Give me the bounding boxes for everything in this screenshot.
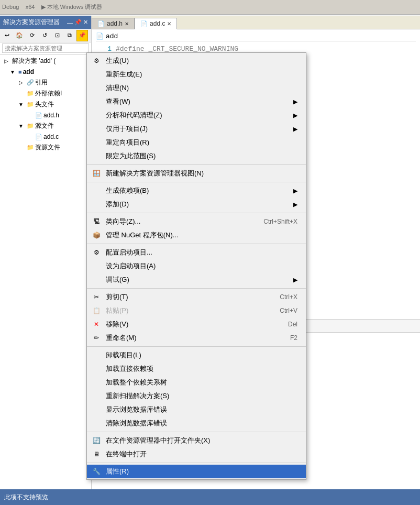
addc-file-icon: 📄 [35, 134, 42, 140]
menu-item-set-startup[interactable]: 设为启动项目(A) [87, 259, 306, 273]
menu-item-class-wizard[interactable]: 🏗 类向导(Z)... Ctrl+Shift+X [87, 215, 306, 228]
menu-item-rescan-label: 重新扫描解决方案(S) [106, 391, 169, 401]
separator-4 [87, 244, 306, 244]
separator-3 [87, 213, 306, 213]
menu-item-build-deps-label: 生成依赖项(B) [106, 186, 149, 195]
menu-item-build-deps[interactable]: 生成依赖项(B) ▶ [87, 184, 306, 197]
status-bar: 此项不支持预览 [0, 489, 420, 505]
menu-item-clear-browse-errors[interactable]: 清除浏览数据库错误 [87, 416, 306, 430]
tree-item-sources[interactable]: ▼ 📁 源文件 [0, 120, 91, 131]
menu-item-analyze-label: 分析和代码清理(Z) [106, 111, 162, 120]
class-wizard-shortcut: Ctrl+Shift+X [263, 218, 297, 225]
tab-addh[interactable]: 📄 add.h ✕ [92, 18, 135, 29]
toolbar-btn-3[interactable]: ⟳ [26, 30, 38, 41]
tab-addc-icon: 📄 [140, 20, 148, 27]
tree-item-solution[interactable]: ▷ 解决方案 'add' ( [0, 56, 91, 67]
res-folder-icon: 📁 [27, 144, 34, 151]
menu-item-remove[interactable]: ✕ 移除(V) Del [87, 317, 306, 331]
toolbar-btn-6[interactable]: ⧉ [64, 30, 75, 41]
menu-item-rescan[interactable]: 重新扫描解决方案(S) [87, 389, 306, 403]
auto-hide-button[interactable]: — [67, 19, 73, 26]
menu-item-project-only[interactable]: 仅用于项目(J) ▶ [87, 122, 306, 136]
tab-addc-label: add.c [150, 20, 165, 27]
ref-expand-icon: ▷ [17, 79, 25, 87]
new-view-icon: 🪟 [91, 168, 102, 179]
menu-item-analyze[interactable]: 分析和代码清理(Z) ▶ [87, 108, 306, 122]
src-folder-label: 源文件 [35, 122, 54, 130]
res-expand-icon [17, 144, 25, 152]
remove-shortcut: Del [288, 321, 297, 328]
cut-shortcut: Ctrl+X [280, 293, 297, 301]
menu-item-rename[interactable]: ✏ 重命名(M) F2 [87, 331, 306, 345]
menu-item-load-direct[interactable]: 加载直接依赖项 [87, 362, 306, 376]
toolbar-btn-7[interactable]: 📌 [76, 30, 88, 41]
menu-item-cut[interactable]: ✂ 剪切(T) Ctrl+X [87, 290, 306, 304]
ext-label: 外部依赖I [35, 89, 62, 98]
solution-tree: ▷ 解决方案 'add' ( ▼ ■ add ▷ 🔗 引用 📁 外部依赖I ▼ … [0, 54, 91, 154]
paste-shortcut: Ctrl+V [280, 307, 297, 314]
menu-item-paste[interactable]: 📋 粘贴(P) Ctrl+V [87, 304, 306, 317]
pin-button[interactable]: 📌 [74, 19, 82, 26]
nuget-icon: 📦 [91, 230, 102, 240]
menu-item-retarget[interactable]: 重定向项目(R) [87, 136, 306, 149]
toolbar-btn-1[interactable]: ↩ [1, 30, 13, 41]
menu-item-debug[interactable]: 调试(G) ▶ [87, 273, 306, 287]
menu-item-open-terminal-label: 在终端中打开 [106, 449, 147, 459]
tree-item-external-deps[interactable]: 📁 外部依赖I [0, 88, 91, 99]
menu-item-clear-browse-errors-label: 清除浏览数据库错误 [106, 419, 167, 428]
separator-7 [87, 432, 306, 432]
tree-item-addh[interactable]: 📄 add.h [0, 110, 91, 120]
view-arrow-icon: ▶ [293, 98, 297, 105]
cut-icon: ✂ [91, 292, 102, 302]
solution-label: 解决方案 'add' ( [12, 57, 56, 65]
toolbar-btn-5[interactable]: ⊡ [51, 30, 63, 41]
menu-item-view-label: 查看(W) [106, 97, 130, 106]
menu-item-add[interactable]: 添加(D) ▶ [87, 197, 306, 211]
tab-addh-icon: 📄 [97, 20, 105, 27]
menu-item-open-folder[interactable]: 🔄 在文件资源管理器中打开文件夹(X) [87, 434, 306, 447]
menu-item-clean[interactable]: 清理(N) [87, 81, 306, 95]
menu-item-unload[interactable]: 卸载项目(L) [87, 348, 306, 362]
menu-item-nuget[interactable]: 📦 管理 NuGet 程序包(N)... [87, 228, 306, 242]
tree-item-project[interactable]: ▼ ■ add [0, 67, 91, 77]
toolbar-btn-2[interactable]: 🏠 [14, 30, 25, 41]
menu-item-show-browse-errors[interactable]: 显示浏览数据库错误 [87, 403, 306, 416]
menu-item-rebuild[interactable]: 重新生成(E) [87, 68, 306, 81]
tab-addh-close[interactable]: ✕ [125, 21, 129, 27]
context-menu: ⚙ 生成(U) 重新生成(E) 清理(N) 查看(W) ▶ 分析和代码清理(Z)… [86, 52, 306, 480]
project-only-arrow-icon: ▶ [293, 126, 297, 133]
close-panel-button[interactable]: ✕ [83, 19, 88, 26]
tree-item-references[interactable]: ▷ 🔗 引用 [0, 77, 91, 88]
status-text: 此项不支持预览 [4, 493, 48, 502]
addh-icon [25, 111, 34, 119]
menu-item-properties[interactable]: 🔧 属性(R) [87, 465, 306, 478]
menu-item-view[interactable]: 查看(W) ▶ [87, 95, 306, 108]
solution-toolbar: ↩ 🏠 ⟳ ↺ ⊡ ⧉ 📌 [0, 29, 91, 42]
menu-item-scope[interactable]: 限定为此范围(S) [87, 149, 306, 163]
menu-item-class-wizard-label: 类向导(Z)... [106, 217, 140, 226]
toolbar-btn-4[interactable]: ↺ [39, 30, 50, 41]
tree-item-headers[interactable]: ▼ 📁 头文件 [0, 99, 91, 110]
project-label: add [23, 68, 34, 75]
menu-item-debug-label: 调试(G) [106, 275, 129, 284]
solution-icon: ▷ [2, 57, 10, 65]
ext-icon [17, 90, 25, 98]
menu-item-new-view[interactable]: 🪟 新建解决方案资源管理器视图(N) [87, 167, 306, 180]
debug-arrow-icon: ▶ [293, 277, 297, 283]
ref-label: 引用 [35, 78, 48, 87]
tree-item-resources[interactable]: 📁 资源文件 [0, 142, 91, 153]
menu-item-load-tree[interactable]: 加载整个依赖关系树 [87, 376, 306, 389]
menu-item-build[interactable]: ⚙ 生成(U) [87, 54, 306, 68]
menu-item-open-terminal[interactable]: 🖥 在终端中打开 [87, 447, 306, 461]
tree-item-addc[interactable]: 📄 add.c [0, 131, 91, 142]
menu-item-config-startup[interactable]: ⚙ 配置启动项目... [87, 246, 306, 259]
editor-tabs: 📄 add.h ✕ 📄 add.c ✕ [92, 16, 420, 29]
menu-item-properties-label: 属性(R) [106, 467, 129, 476]
tab-addc-close[interactable]: ✕ [167, 21, 171, 27]
solution-search-input[interactable] [2, 43, 89, 53]
tab-addc[interactable]: 📄 add.c ✕ [135, 18, 177, 29]
separator-6 [87, 346, 306, 347]
menu-item-open-folder-label: 在文件资源管理器中打开文件夹(X) [106, 436, 210, 445]
tab-addh-label: add.h [107, 20, 123, 27]
ext-folder-icon: 📁 [27, 90, 34, 97]
